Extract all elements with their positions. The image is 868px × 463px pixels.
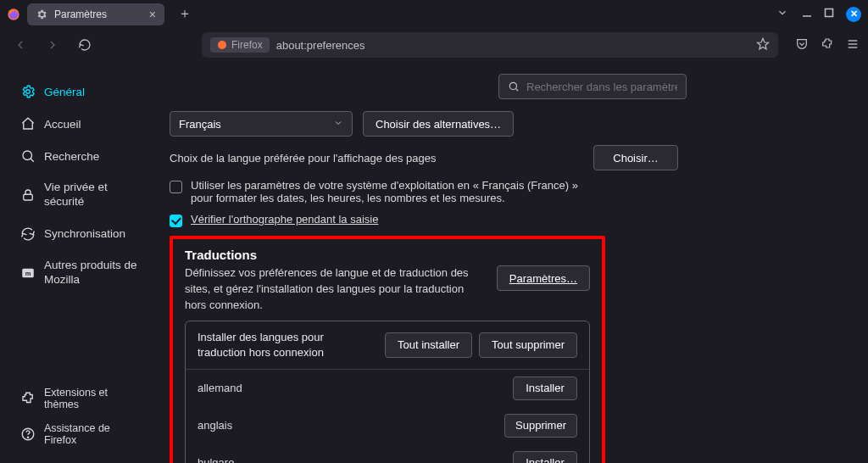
new-tab-button[interactable]: ＋ <box>171 5 198 23</box>
chevron-down-icon[interactable] <box>776 7 788 21</box>
spellcheck-label: Vérifier l'orthographe pendant la saisie <box>191 213 378 226</box>
sidebar-item-label: Vie privée et sécurité <box>44 181 141 209</box>
sidebar-item-label: Accueil <box>44 118 81 131</box>
choose-alternatives-button[interactable]: Choisir des alternatives… <box>363 111 514 137</box>
window-close-button[interactable]: ✕ <box>846 7 861 22</box>
forward-button[interactable] <box>41 33 64 57</box>
identity-label: Firefox <box>231 39 263 51</box>
sidebar-item-sync[interactable]: Synchronisation <box>14 220 147 248</box>
checkbox-unchecked-icon[interactable] <box>170 181 182 193</box>
language-name: allemand <box>198 382 242 394</box>
settings-sidebar: Général Accueil Recherche Vie privée et … <box>0 62 161 463</box>
checkbox-checked-icon[interactable] <box>170 215 182 227</box>
chevron-down-icon <box>333 118 343 131</box>
install-languages-header: Installer des langues pour traduction ho… <box>198 330 373 360</box>
sidebar-item-privacy[interactable]: Vie privée et sécurité <box>14 174 147 216</box>
sidebar-item-label: Général <box>44 86 85 98</box>
svg-rect-11 <box>24 194 33 200</box>
svg-point-15 <box>27 437 28 438</box>
sidebar-item-search[interactable]: Recherche <box>14 142 147 170</box>
svg-point-8 <box>26 90 31 94</box>
tab-title: Paramètres <box>54 8 142 20</box>
svg-point-9 <box>23 151 32 160</box>
close-icon[interactable]: × <box>149 8 156 21</box>
url-text: about:preferences <box>276 39 749 52</box>
sidebar-item-general[interactable]: Général <box>14 77 147 106</box>
svg-marker-4 <box>757 38 768 49</box>
choose-languages-button[interactable]: Choisir… <box>593 145 678 170</box>
browser-tab[interactable]: Paramètres × <box>27 3 164 25</box>
sidebar-item-extensions[interactable]: Extensions et thèmes <box>14 382 147 416</box>
window-titlebar: Paramètres × ＋ ✕ <box>0 0 868 28</box>
translations-description: Définissez vos préférences de langue et … <box>185 265 480 314</box>
language-row: allemand Installer <box>186 370 589 407</box>
language-action-button[interactable]: Installer <box>513 377 577 400</box>
language-select[interactable]: Français <box>170 111 353 137</box>
maximize-icon[interactable] <box>824 8 834 20</box>
sidebar-item-label: Synchronisation <box>44 227 125 240</box>
sidebar-item-label: Recherche <box>44 150 99 163</box>
back-button[interactable] <box>8 33 32 57</box>
app-menu-icon[interactable] <box>846 37 860 53</box>
language-name: bulgare <box>198 456 234 463</box>
svg-point-16 <box>509 82 516 89</box>
svg-line-10 <box>31 159 34 162</box>
svg-line-17 <box>515 88 518 91</box>
sidebar-item-label: Autres produits de Mozilla <box>44 259 141 287</box>
settings-main-panel: Français Choisir des alternatives… Choix… <box>161 62 868 463</box>
language-row: bulgare Installer <box>186 444 589 463</box>
remove-all-button[interactable]: Tout supprimer <box>479 332 577 358</box>
identity-chip[interactable]: Firefox <box>210 37 270 53</box>
save-to-pocket-icon[interactable] <box>795 37 809 53</box>
firefox-logo-icon[interactable] <box>7 8 20 21</box>
language-name: anglais <box>198 419 232 432</box>
sidebar-item-label: Extensions et thèmes <box>44 387 141 410</box>
language-action-button[interactable]: Supprimer <box>504 414 577 438</box>
use-os-locale-label: Utiliser les paramètres de votre système… <box>191 179 589 204</box>
translations-section-highlight: Traductions Définissez vos préférences d… <box>170 236 605 463</box>
sidebar-item-support[interactable]: Assistance de Firefox <box>14 417 147 451</box>
language-row: anglais Supprimer <box>186 407 589 444</box>
extensions-icon[interactable] <box>821 37 834 53</box>
sidebar-item-label: Assistance de Firefox <box>44 422 141 446</box>
minimize-icon[interactable] <box>802 8 812 20</box>
svg-text:m: m <box>25 270 31 277</box>
gear-icon <box>36 8 47 20</box>
install-all-button[interactable]: Tout installer <box>385 332 472 358</box>
sidebar-item-home[interactable]: Accueil <box>14 109 147 138</box>
spellcheck-checkbox-row[interactable]: Vérifier l'orthographe pendant la saisie <box>170 213 678 227</box>
reload-button[interactable] <box>73 33 97 57</box>
browser-toolbar: Firefox about:preferences <box>0 28 868 62</box>
svg-rect-2 <box>826 9 833 17</box>
url-bar[interactable]: Firefox about:preferences <box>202 32 778 58</box>
use-os-locale-checkbox-row[interactable]: Utiliser les paramètres de votre système… <box>170 179 678 204</box>
bookmark-star-icon[interactable] <box>756 37 770 53</box>
sidebar-item-more-mozilla[interactable]: m Autres produits de Mozilla <box>14 252 147 294</box>
language-action-button[interactable]: Installer <box>513 451 577 463</box>
settings-search-input[interactable] <box>526 81 677 93</box>
settings-search-box[interactable] <box>498 74 687 99</box>
search-icon <box>508 81 520 92</box>
translations-settings-button[interactable]: Paramètres… <box>497 265 590 291</box>
pref-display-label: Choix de la langue préférée pour l'affic… <box>170 152 436 165</box>
translations-languages-box: Installer des langues pour traduction ho… <box>185 321 590 463</box>
language-select-value: Français <box>179 118 221 131</box>
svg-point-3 <box>218 41 226 49</box>
translations-heading: Traductions <box>185 248 590 262</box>
